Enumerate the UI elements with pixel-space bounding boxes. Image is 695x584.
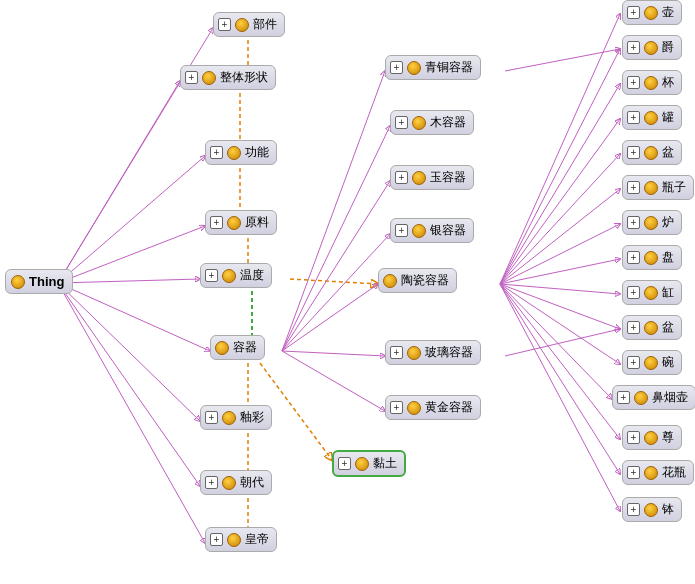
gang-plus[interactable]: + xyxy=(627,286,640,299)
lu-node[interactable]: + 炉 xyxy=(622,210,682,235)
huangjinrq-label: 黄金容器 xyxy=(425,399,473,416)
hu-label: 壶 xyxy=(662,4,674,21)
gongneng-node[interactable]: + 功能 xyxy=(205,140,277,165)
zhengtixingzhuang-plus[interactable]: + xyxy=(185,71,198,84)
qingtongrq-circle xyxy=(407,61,421,75)
pan-plus[interactable]: + xyxy=(627,251,640,264)
pen2-circle xyxy=(644,321,658,335)
pen-node[interactable]: + 盆 xyxy=(622,140,682,165)
biyanhu-node[interactable]: + 鼻烟壶 xyxy=(612,385,695,410)
chaodai-plus[interactable]: + xyxy=(205,476,218,489)
bo-label: 钵 xyxy=(662,501,674,518)
pen2-node[interactable]: + 盆 xyxy=(622,315,682,340)
pen2-label: 盆 xyxy=(662,319,674,336)
huaping-plus[interactable]: + xyxy=(627,466,640,479)
rongqi-label: 容器 xyxy=(233,339,257,356)
bo-circle xyxy=(644,503,658,517)
svg-line-29 xyxy=(500,119,620,284)
hu-plus[interactable]: + xyxy=(627,6,640,19)
bujian-circle xyxy=(235,18,249,32)
yuanliao-plus[interactable]: + xyxy=(210,216,223,229)
pen-plus[interactable]: + xyxy=(627,146,640,159)
murq-node[interactable]: + 木容器 xyxy=(390,110,474,135)
pan-node[interactable]: + 盘 xyxy=(622,245,682,270)
bujian-plus[interactable]: + xyxy=(218,18,231,31)
pan-circle xyxy=(644,251,658,265)
zun-plus[interactable]: + xyxy=(627,431,640,444)
huangjinrq-node[interactable]: + 黄金容器 xyxy=(385,395,481,420)
bo-node[interactable]: + 钵 xyxy=(622,497,682,522)
bo-plus[interactable]: + xyxy=(627,503,640,516)
yurq-plus[interactable]: + xyxy=(395,171,408,184)
yinrq-label: 银容器 xyxy=(430,222,466,239)
svg-line-4 xyxy=(58,279,200,283)
huaping-node[interactable]: + 花瓶 xyxy=(622,460,694,485)
rongqi-circle xyxy=(215,341,229,355)
nitu-plus[interactable]: + xyxy=(338,457,351,470)
zhengtixingzhuang-circle xyxy=(202,71,216,85)
huangdi-label: 皇帝 xyxy=(245,531,269,548)
bolirq-plus[interactable]: + xyxy=(390,346,403,359)
gongneng-plus[interactable]: + xyxy=(210,146,223,159)
wendu-circle xyxy=(222,269,236,283)
bei-plus[interactable]: + xyxy=(627,76,640,89)
chaodai-node[interactable]: + 朝代 xyxy=(200,470,272,495)
bolirq-node[interactable]: + 玻璃容器 xyxy=(385,340,481,365)
svg-line-19 xyxy=(282,126,390,351)
thing-label: Thing xyxy=(29,274,64,289)
biyanhu-circle xyxy=(634,391,648,405)
guan-plus[interactable]: + xyxy=(627,111,640,124)
wendu-plus[interactable]: + xyxy=(205,269,218,282)
qingtongrq-node[interactable]: + 青铜容器 xyxy=(385,55,481,80)
wendu-node[interactable]: + 温度 xyxy=(200,263,272,288)
hu-node[interactable]: + 壶 xyxy=(622,0,682,25)
zun-node[interactable]: + 尊 xyxy=(622,425,682,450)
yurq-node[interactable]: + 玉容器 xyxy=(390,165,474,190)
pingzi-plus[interactable]: + xyxy=(627,181,640,194)
biyanhu-plus[interactable]: + xyxy=(617,391,630,404)
bolirq-label: 玻璃容器 xyxy=(425,344,473,361)
zun2-node[interactable]: + 爵 xyxy=(622,35,682,60)
yinrq-plus[interactable]: + xyxy=(395,224,408,237)
bujian-node[interactable]: + 部件 xyxy=(213,12,285,37)
lu-plus[interactable]: + xyxy=(627,216,640,229)
svg-line-22 xyxy=(282,284,378,351)
zun2-plus[interactable]: + xyxy=(627,41,640,54)
guan-node[interactable]: + 罐 xyxy=(622,105,682,130)
svg-line-21 xyxy=(282,234,390,351)
qingtongrq-plus[interactable]: + xyxy=(390,61,403,74)
huangjinrq-plus[interactable]: + xyxy=(390,401,403,414)
qingtongrq-label: 青铜容器 xyxy=(425,59,473,76)
huangdi-plus[interactable]: + xyxy=(210,533,223,546)
thing-node[interactable]: Thing xyxy=(5,269,73,294)
wan-label: 碗 xyxy=(662,354,674,371)
guan-label: 罐 xyxy=(662,109,674,126)
pingzi-node[interactable]: + 瓶子 xyxy=(622,175,694,200)
wan-node[interactable]: + 碗 xyxy=(622,350,682,375)
gang-node[interactable]: + 缸 xyxy=(622,280,682,305)
wan-circle xyxy=(644,356,658,370)
taocirq-node[interactable]: 陶瓷容器 xyxy=(378,268,457,293)
youcai-plus[interactable]: + xyxy=(205,411,218,424)
murq-circle xyxy=(412,116,426,130)
bei-circle xyxy=(644,76,658,90)
huangdi-node[interactable]: + 皇帝 xyxy=(205,527,277,552)
chaodai-label: 朝代 xyxy=(240,474,264,491)
wan-plus[interactable]: + xyxy=(627,356,640,369)
murq-plus[interactable]: + xyxy=(395,116,408,129)
svg-line-7 xyxy=(58,283,200,486)
yuanliao-label: 原料 xyxy=(245,214,269,231)
svg-line-38 xyxy=(500,284,620,439)
yuanliao-node[interactable]: + 原料 xyxy=(205,210,277,235)
pen2-plus[interactable]: + xyxy=(627,321,640,334)
youcai-node[interactable]: + 釉彩 xyxy=(200,405,272,430)
bei-node[interactable]: + 杯 xyxy=(622,70,682,95)
svg-line-8 xyxy=(58,283,205,543)
yurq-circle xyxy=(412,171,426,185)
rongqi-node[interactable]: 容器 xyxy=(210,335,265,360)
murq-label: 木容器 xyxy=(430,114,466,131)
yinrq-node[interactable]: + 银容器 xyxy=(390,218,474,243)
zhengtixingzhuang-node[interactable]: + 整体形状 xyxy=(180,65,276,90)
zun2-circle xyxy=(644,41,658,55)
nitu-node[interactable]: + 黏土 xyxy=(332,450,406,477)
